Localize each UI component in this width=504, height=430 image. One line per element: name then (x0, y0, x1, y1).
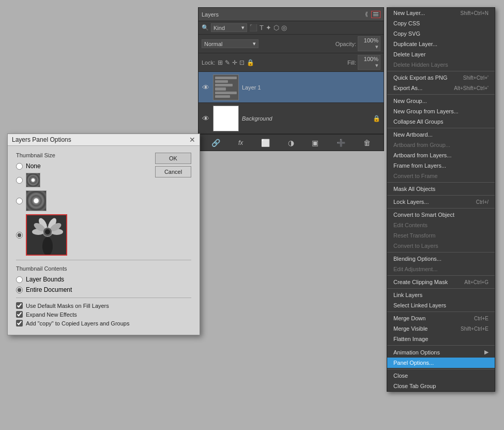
menu-item-convert-smart[interactable]: Convert to Smart Object (387, 210, 495, 220)
layer-bounds-radio[interactable] (16, 276, 23, 283)
menu-item-label: Blending Options... (393, 256, 441, 262)
menu-item-mask-all[interactable]: Mask All Objects (387, 184, 495, 194)
menu-item-flatten-image[interactable]: Flatten Image (387, 334, 495, 344)
add-copy-option: Add "copy" to Copied Layers and Groups (16, 320, 191, 327)
menu-item-label: New Layer... (393, 10, 425, 16)
menu-separator (387, 275, 495, 276)
opacity-input[interactable]: 100% ▾ (358, 36, 380, 51)
mask-icon[interactable]: ⬜ (261, 139, 270, 147)
menu-item-link-layers[interactable]: Link Layers (387, 290, 495, 300)
visibility-eye-icon[interactable]: 👁 (202, 83, 210, 92)
menu-item-close-tab-group[interactable]: Close Tab Group (387, 381, 495, 391)
layers-panel-title: Layers (202, 11, 219, 18)
menu-item-delete-layer[interactable]: Delete Layer (387, 49, 495, 60)
blend-mode-dropdown[interactable]: Normal ▾ (202, 39, 258, 48)
lock-position-icon[interactable]: ✎ (225, 59, 230, 66)
link-icon[interactable]: 🔗 (211, 139, 220, 147)
layers-lock-row: Lock: ⊞ ✎ ✛ ⊡ 🔒 Fill: 100% ▾ (198, 53, 384, 72)
menu-item-new-group-layers[interactable]: New Group from Layers... (387, 106, 495, 116)
menu-item-close[interactable]: Close (387, 370, 495, 381)
menu-item-duplicate-layer[interactable]: Duplicate Layer... (387, 39, 495, 49)
menu-item-label: Flatten Image (393, 336, 428, 342)
menu-item-label: Merge Visible (393, 325, 427, 332)
adjustment-icon[interactable]: ◑ (288, 139, 294, 147)
fill-label: Fill: (347, 60, 356, 66)
thumbnail-medium-radio[interactable] (16, 198, 23, 204)
menu-item-quick-export[interactable]: Quick Export as PNG Shift+Ctrl+' (387, 72, 495, 83)
menu-item-artboard-layers[interactable]: Artboard from Layers... (387, 150, 495, 160)
entire-document-label: Entire Document (26, 286, 72, 293)
thumbnail-small-radio[interactable] (16, 177, 23, 184)
fill-input[interactable]: 100% ▾ (358, 55, 380, 70)
menu-item-new-artboard[interactable]: New Artboard... (387, 129, 495, 140)
menu-item-collapse-groups[interactable]: Collapse All Groups (387, 116, 495, 127)
menu-item-lock-layers[interactable]: Lock Layers... Ctrl+/ (387, 197, 495, 207)
ok-button[interactable]: OK (155, 153, 191, 164)
delete-layer-icon[interactable]: 🗑 (363, 139, 371, 147)
menu-item-label: Convert to Layers (393, 243, 438, 249)
fx-icon[interactable]: fx (238, 139, 243, 146)
menu-item-new-group[interactable]: New Group... (387, 96, 495, 106)
use-default-masks-checkbox[interactable] (16, 302, 23, 309)
menu-item-shortcut: Shift+Ctrl+E (461, 326, 488, 332)
large-thumbnail-preview (26, 214, 67, 256)
menu-item-label: Close (393, 373, 408, 379)
mini-row (215, 95, 230, 98)
menu-item-label: Artboard from Group... (393, 142, 450, 148)
panel-title-icons: ⟪ (365, 11, 380, 18)
add-copy-checkbox[interactable] (16, 320, 23, 327)
lock-all-icon[interactable]: 🔒 (247, 59, 254, 66)
menu-item-copy-css[interactable]: Copy CSS (387, 18, 495, 28)
menu-item-clipping-mask[interactable]: Create Clipping Mask Alt+Ctrl+G (387, 277, 495, 287)
panel-menu-button[interactable] (371, 11, 380, 18)
menu-item-merge-down[interactable]: Merge Down Ctrl+E (387, 313, 495, 323)
visibility-eye-icon[interactable]: 👁 (202, 114, 210, 123)
menu-item-new-layer[interactable]: New Layer... Shift+Ctrl+N (387, 8, 495, 18)
menu-item-export-as[interactable]: Export As... Alt+Shift+Ctrl+' (387, 83, 495, 93)
adjustment-icon[interactable]: T (259, 24, 264, 32)
entire-document-radio[interactable] (16, 287, 23, 293)
menu-separator (387, 208, 495, 209)
menu-item-panel-options[interactable]: Panel Options... (387, 358, 495, 368)
menu-item-select-linked[interactable]: Select Linked Layers (387, 300, 495, 310)
kind-dropdown[interactable]: Kind ▾ (211, 23, 247, 32)
layer-item[interactable]: 👁 Background 🔒 (198, 103, 384, 134)
thumbnail-flower-image (26, 173, 40, 187)
mini-row (215, 87, 226, 90)
menu-item-label: Reset Transform (393, 232, 435, 239)
use-default-masks-label: Use Default Masks on Fill Layers (26, 303, 109, 309)
close-button[interactable]: ✕ (189, 136, 195, 143)
menu-item-copy-svg[interactable]: Copy SVG (387, 28, 495, 39)
thumbnail-image (213, 75, 238, 100)
dialog-titlebar: Layers Panel Options ✕ (8, 134, 200, 146)
menu-item-shortcut: Shift+Ctrl+N (461, 10, 488, 16)
thumbnail-medium-option (16, 190, 191, 211)
menu-item-frame-layers[interactable]: Frame from Layers... (387, 160, 495, 171)
chevron-down-icon: ▾ (241, 24, 245, 31)
shape-icon[interactable]: ⬡ (273, 24, 279, 32)
pixel-icon[interactable]: ⬛ (249, 24, 257, 32)
layers-toolbar: 🔗 fx ⬜ ◑ ▣ ➕ 🗑 (198, 134, 384, 151)
expand-effects-checkbox[interactable] (16, 311, 23, 318)
lock-pixels-icon[interactable]: ⊞ (218, 59, 223, 66)
menu-item-blending-options[interactable]: Blending Options... (387, 254, 495, 264)
new-layer-icon[interactable]: ➕ (337, 139, 345, 147)
thumbnail-flower-image (27, 215, 66, 255)
menu-item-animation-options[interactable]: Animation Options ▶ (387, 347, 495, 358)
menu-item-merge-visible[interactable]: Merge Visible Shift+Ctrl+E (387, 323, 495, 334)
group-icon[interactable]: ▣ (312, 139, 318, 147)
lock-move-icon[interactable]: ✛ (232, 59, 237, 66)
lock-icon: 🔒 (373, 115, 380, 122)
menu-item-edit-contents: Edit Contents (387, 220, 495, 230)
thumbnail-large-radio[interactable] (16, 232, 23, 239)
cancel-button[interactable]: Cancel (155, 166, 191, 177)
menu-item-artboard-group: Artboard from Group... (387, 140, 495, 150)
dialog-body: OK Cancel Thumbnail Size None (8, 146, 200, 335)
menu-item-reset-transform: Reset Transform (387, 230, 495, 241)
thumbnail-none-radio[interactable] (16, 163, 23, 170)
layer-item[interactable]: 👁 Layer 1 (198, 72, 384, 103)
smart-icon[interactable]: ◎ (281, 24, 287, 32)
type-icon[interactable]: ✦ (266, 24, 271, 32)
collapse-icon[interactable]: ⟪ (365, 11, 368, 18)
lock-artboard-icon[interactable]: ⊡ (239, 59, 245, 66)
